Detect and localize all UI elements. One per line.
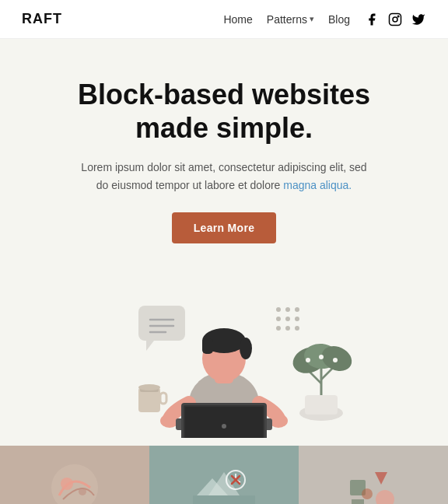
svg-point-61: [362, 488, 373, 499]
facebook-icon[interactable]: [364, 12, 380, 27]
svg-point-48: [79, 488, 86, 495]
navbar: RAFT Home Patterns ▾ Blog: [0, 0, 448, 39]
svg-point-15: [285, 326, 290, 331]
learn-more-button[interactable]: Learn More: [172, 212, 276, 243]
svg-point-10: [295, 307, 299, 312]
svg-point-16: [295, 326, 299, 331]
hero-subtitle: Lorem ipsum dolor sit amet, consectetur …: [76, 159, 372, 194]
svg-point-2: [397, 16, 399, 17]
hero-illustration: [92, 282, 356, 438]
svg-point-31: [138, 384, 160, 390]
site-logo: RAFT: [22, 11, 62, 27]
hero-section: Block-based websites made simple. Lorem …: [0, 39, 448, 259]
svg-point-27: [333, 358, 338, 362]
hero-title: Block-based websites made simple.: [47, 78, 401, 145]
svg-marker-58: [375, 472, 387, 485]
card-1: [0, 446, 149, 504]
svg-rect-49: [193, 495, 255, 504]
svg-point-14: [276, 326, 281, 331]
svg-rect-29: [160, 393, 166, 404]
nav-links: Home Patterns ▾ Blog: [223, 12, 426, 27]
svg-point-26: [319, 355, 324, 359]
svg-point-11: [276, 317, 281, 321]
twitter-icon[interactable]: [411, 12, 426, 27]
svg-rect-18: [305, 395, 338, 415]
svg-point-13: [295, 317, 299, 321]
nav-patterns-label: Patterns: [267, 13, 307, 26]
svg-point-46: [51, 464, 98, 504]
svg-point-45: [222, 424, 226, 429]
svg-rect-60: [352, 499, 364, 504]
nav-blog[interactable]: Blog: [328, 13, 350, 26]
card-2: [149, 446, 299, 504]
nav-patterns[interactable]: Patterns ▾: [267, 13, 314, 26]
svg-point-39: [240, 338, 252, 359]
svg-point-12: [285, 317, 290, 321]
chevron-down-icon: ▾: [310, 14, 314, 24]
svg-point-47: [61, 478, 73, 490]
svg-point-9: [285, 307, 290, 312]
svg-point-25: [306, 358, 310, 362]
cards-row: [0, 446, 448, 504]
svg-point-59: [376, 490, 394, 504]
social-icons: [364, 12, 426, 27]
instagram-icon[interactable]: [387, 12, 403, 27]
svg-marker-7: [146, 341, 154, 351]
card-3: [299, 446, 448, 504]
svg-point-8: [276, 307, 281, 312]
svg-rect-38: [202, 338, 213, 354]
svg-rect-3: [138, 306, 185, 341]
svg-rect-43: [185, 407, 263, 438]
svg-point-1: [393, 17, 397, 22]
svg-rect-0: [390, 13, 401, 25]
nav-home[interactable]: Home: [223, 13, 252, 26]
hero-link[interactable]: magna aliqua.: [283, 179, 352, 191]
illustration-area: [0, 259, 448, 438]
